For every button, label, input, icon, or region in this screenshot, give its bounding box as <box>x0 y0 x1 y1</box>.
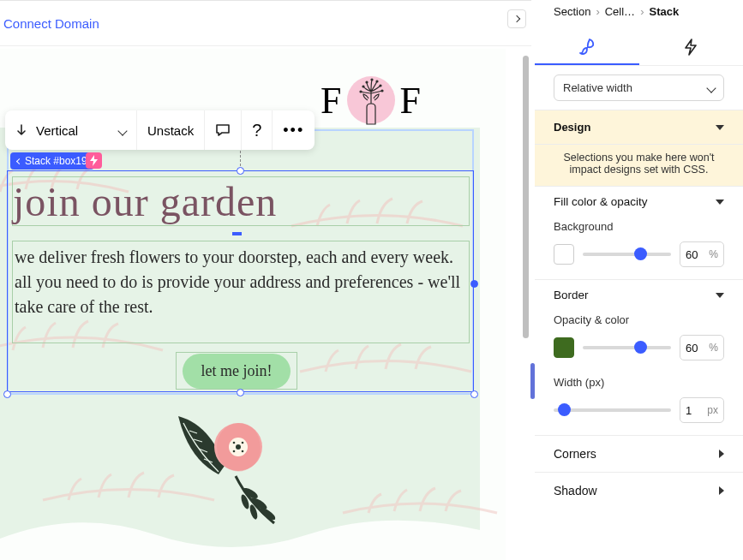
resize-handle-top[interactable] <box>237 167 244 175</box>
selection-breadcrumb-pill[interactable]: Stack #box19 <box>10 152 94 170</box>
selection-stack-outline <box>7 170 474 392</box>
resize-handle-left[interactable] <box>3 390 11 398</box>
breadcrumb-section[interactable]: Section <box>554 5 590 18</box>
border-section-header[interactable]: Border <box>535 279 743 310</box>
breadcrumb-cell[interactable]: Cell… <box>605 5 635 18</box>
border-opacity-slider[interactable] <box>583 346 671 349</box>
css-warning-banner: Selections you make here won't impact de… <box>535 145 743 187</box>
design-tab[interactable] <box>535 28 639 65</box>
resize-handle-bottom[interactable] <box>237 389 244 396</box>
border-width-slider[interactable] <box>554 408 671 412</box>
canvas-topbar: Connect Domain <box>0 1 531 46</box>
chevron-down-icon <box>708 81 715 94</box>
comment-button[interactable] <box>205 110 242 150</box>
background-color-swatch[interactable] <box>554 244 574 265</box>
logo-badge <box>347 76 395 124</box>
inspector-panel: Section › Cell… › Stack Relative width D… <box>535 0 743 560</box>
border-color-swatch[interactable] <box>554 337 574 358</box>
svg-point-9 <box>258 506 278 522</box>
chevron-down-icon <box>119 122 126 138</box>
width-mode-dropdown[interactable]: Relative width <box>554 74 724 101</box>
expand-preview-button[interactable] <box>507 9 526 28</box>
caret-down-icon <box>716 200 724 205</box>
svg-point-17 <box>233 450 236 453</box>
resize-handle-right[interactable] <box>470 280 478 288</box>
caret-down-icon <box>716 293 724 298</box>
border-width-input[interactable]: 1 px <box>680 397 724 423</box>
inspector-tabs <box>535 28 743 66</box>
border-width-label: Width (px) <box>554 376 724 389</box>
direction-label: Vertical <box>36 123 78 138</box>
lightning-icon <box>89 155 99 166</box>
caret-right-icon <box>719 450 724 458</box>
logo-letter-right: F <box>400 79 421 122</box>
chevron-right-icon: › <box>596 5 599 18</box>
arrow-down-icon <box>15 124 27 136</box>
chevron-right-icon: › <box>640 5 644 18</box>
resize-handle-bottom-right[interactable] <box>470 390 478 398</box>
flower-illustration <box>171 399 300 536</box>
border-opacity-label: Opacity & color <box>554 313 724 326</box>
svg-point-14 <box>236 444 241 450</box>
scrollbar-thumb[interactable] <box>523 56 529 338</box>
spacing-indicator <box>232 232 242 235</box>
canvas-scrollbar[interactable] <box>519 49 531 560</box>
splitter-handle[interactable] <box>530 363 535 399</box>
canvas-pane: Connect Domain <box>0 0 531 560</box>
unstack-button[interactable]: Unstack <box>137 110 205 150</box>
comment-icon <box>215 122 231 138</box>
lightning-icon <box>683 39 698 56</box>
background-label: Background <box>554 220 724 233</box>
connect-domain-link[interactable]: Connect Domain <box>3 16 99 31</box>
shadow-section-header[interactable]: Shadow <box>535 472 743 509</box>
floating-toolbar: Vertical Unstack ? ••• <box>5 110 315 150</box>
background-opacity-slider[interactable] <box>583 253 671 256</box>
svg-point-16 <box>242 442 244 444</box>
logo-letter-left: F <box>321 79 341 122</box>
more-options-button[interactable]: ••• <box>273 110 315 150</box>
interactions-tab[interactable] <box>639 28 744 65</box>
site-logo: F F <box>304 66 437 134</box>
vase-flowers-icon <box>351 74 391 126</box>
pane-splitter[interactable] <box>531 0 535 560</box>
svg-point-18 <box>242 450 244 453</box>
direction-dropdown[interactable]: Vertical <box>5 110 137 150</box>
background-opacity-input[interactable]: 60 % <box>680 241 724 267</box>
corners-section-header[interactable]: Corners <box>535 435 743 472</box>
animation-indicator-pill[interactable] <box>86 152 102 169</box>
fill-section-header[interactable]: Fill color & opacity <box>535 187 743 217</box>
caret-down-icon <box>716 125 724 130</box>
breadcrumb-current: Stack <box>649 5 679 18</box>
caret-right-icon <box>719 486 724 495</box>
svg-point-15 <box>233 442 236 444</box>
brush-icon <box>578 37 596 56</box>
border-opacity-input[interactable]: 60 % <box>680 335 724 360</box>
design-section-header[interactable]: Design <box>535 110 743 145</box>
breadcrumb: Section › Cell… › Stack <box>535 0 743 28</box>
help-button[interactable]: ? <box>242 110 273 150</box>
